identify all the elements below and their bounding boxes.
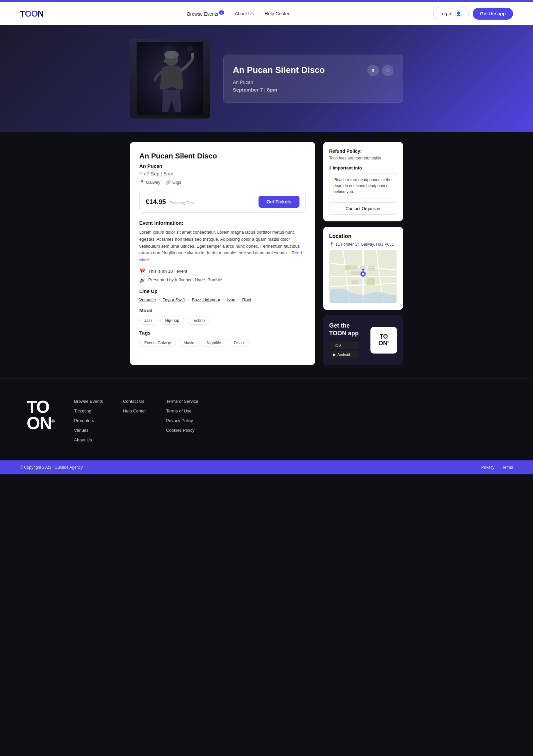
app-buttons: iOS ▶ Android [329,342,359,359]
artist-taylorswift[interactable]: Taylor Swift [163,297,185,302]
svg-rect-18 [351,271,361,275]
footer-terms-of-service[interactable]: Terms of Service [166,399,198,404]
svg-point-4 [164,60,166,63]
calendar-icon: 📅 [139,268,146,274]
tag-disco[interactable]: Disco [229,339,249,347]
nav-links: Browse Events7 About Us Help Center [187,11,289,17]
footer-privacy-link[interactable]: Privacy [481,465,494,470]
share-button[interactable]: ⬆ [367,65,379,76]
tag-nightlife[interactable]: Nightlife [202,339,226,347]
get-tickets-button[interactable]: Get Tickets [259,196,299,208]
artist-ivan[interactable]: Ivan [227,297,236,302]
footer-links-grid: Browse Events Ticketing Promoters Venues… [74,399,506,447]
age-info: 📅 This is an 18+ event [139,268,306,274]
mood-hiphop[interactable]: Hip-hop [160,317,184,325]
artist-versatile[interactable]: Versatile [139,297,156,302]
footer-privacy-policy[interactable]: Privacy Policy [166,418,198,423]
footer: TOON® Browse Events Ticketing Promoters … [0,378,533,460]
lineup-section: Line Up Versatile • Taylor Swift • Buzz … [139,288,306,302]
footer-ticketing[interactable]: Ticketing [74,408,103,413]
presented-by: 🔊 Presented by Influence, Hyde, Bumble [139,277,306,283]
favorite-button[interactable]: ♡ [382,65,393,76]
map-placeholder[interactable] [329,250,397,303]
hero-section: An Pucan Silent Disco ⬆ ♡ An Pucan Septe… [0,25,533,132]
footer-logo: TOON® [27,399,54,447]
location-heading: Location [329,233,397,239]
left-panel: An Pucan Silent Disco An Pucan Fri 7 Sep… [130,142,315,365]
app-heading: Get the TOON app [329,322,359,338]
refund-text: Toon fees are non-refundable. [329,156,397,160]
mood-section: Mood Jazz Hip-hop Techno [139,308,306,325]
footer-contact-us[interactable]: Contact Us [123,399,146,404]
footer-cookies-policy[interactable]: Cookies Policy [166,428,198,433]
mood-heading: Mood [139,308,306,313]
location-pin-icon: 📍 [139,180,145,185]
footer-promoters[interactable]: Promoters [74,418,103,423]
right-panel: Refund Policy: Toon fees are non-refunda… [323,142,403,365]
location-address: 📍 11 Forster St, Galway, H91 P65D [329,242,397,247]
svg-rect-14 [366,278,375,285]
artist-roci[interactable]: Roci [242,297,251,302]
footer-terms-link[interactable]: Terms [502,465,513,470]
footer-col-3: Terms of Service Terms of Use Privacy Po… [166,399,198,447]
login-button[interactable]: Log In 👤 [433,7,469,20]
info-heading: Event Information: [139,220,306,226]
footer-logo-text: TOON® [27,399,54,432]
artist-buzzlightyear[interactable]: Buzz Lightyear [192,297,220,302]
event-description: Lorem ipsum dolor sit amet consectetur. … [139,229,306,264]
toon-logo-box: TOON® [370,327,397,354]
hero-card: An Pucan Silent Disco ⬆ ♡ An Pucan Septe… [223,55,403,103]
svg-point-22 [362,273,364,275]
navbar: TOON Browse Events7 About Us Help Center… [0,2,533,25]
ios-button[interactable]: iOS [329,342,359,349]
tag-icon: 🔗 [166,180,171,185]
hero-event-title: An Pucan Silent Disco [233,65,325,75]
svg-point-5 [163,45,177,59]
mood-jazz[interactable]: Jazz [139,317,158,325]
lineup-artists: Versatile • Taylor Swift • Buzz Lightyea… [139,297,306,302]
ticket-fee: Excluding Fees [170,201,195,205]
refund-heading: Refund Policy: [329,148,397,154]
user-icon: 👤 [455,10,462,17]
app-download-card: Get the TOON app iOS ▶ Android TOON® [323,315,403,365]
footer-terms-of-use[interactable]: Terms of Use [166,408,198,413]
get-app-button[interactable]: Get the app [473,8,513,20]
nav-about-us[interactable]: About Us [235,11,254,16]
hero-image [130,39,210,119]
app-text: Get the TOON app iOS ▶ Android [329,322,359,359]
tag-music[interactable]: Music [179,339,199,347]
nav-browse-events[interactable]: Browse Events7 [187,11,224,17]
footer-bottom: © Copyright 2023 · Ourside Agency Privac… [0,460,533,474]
footer-col-2: Contact Us Help Center [123,399,146,447]
tags-section: Tags Events Galway Music Nightlife Disco [139,330,306,347]
hero-date-time: September 7 | 8pm [233,87,393,93]
tag-events-galway[interactable]: Events Galway [139,339,176,347]
tag-pills: Events Galway Music Nightlife Disco [139,339,306,347]
footer-bottom-links: Privacy · Terms [481,465,513,470]
footer-venues[interactable]: Venues [74,428,103,433]
footer-browse-events[interactable]: Browse Events [74,399,103,404]
event-title: An Pucan Silent Disco [139,152,306,160]
ticket-box: €14.95 Excluding Fees Get Tickets [139,191,306,213]
nav-actions: Log In 👤 Get the app [433,7,513,20]
hero-venue: An Pucan [233,80,393,85]
contact-organizer-button[interactable]: Contact Organizer [329,202,397,215]
footer-about-us[interactable]: About Us [74,437,103,442]
nav-help-center[interactable]: Help Center [265,11,289,16]
android-icon: ▶ [333,353,336,357]
ticket-price: €14.95 [146,198,166,205]
event-venue: An Pucan [139,163,306,169]
hero-inner: An Pucan Silent Disco ⬆ ♡ An Pucan Septe… [130,39,403,119]
main-content: An Pucan Silent Disco An Pucan Fri 7 Sep… [127,142,406,365]
android-button[interactable]: ▶ Android [329,351,359,359]
toon-logo-small: TOON® [378,334,389,347]
event-meta: 📍 Galway 🔗 Gigs [139,180,306,185]
separator: · [498,465,499,470]
svg-rect-16 [351,265,357,269]
logo[interactable]: TOON [20,9,44,19]
footer-help-center[interactable]: Help Center [123,408,146,413]
svg-rect-20 [351,280,358,284]
info-circle-icon: ℹ [329,165,331,170]
mood-techno[interactable]: Techno [187,317,210,325]
pin-icon: 📍 [329,242,334,247]
